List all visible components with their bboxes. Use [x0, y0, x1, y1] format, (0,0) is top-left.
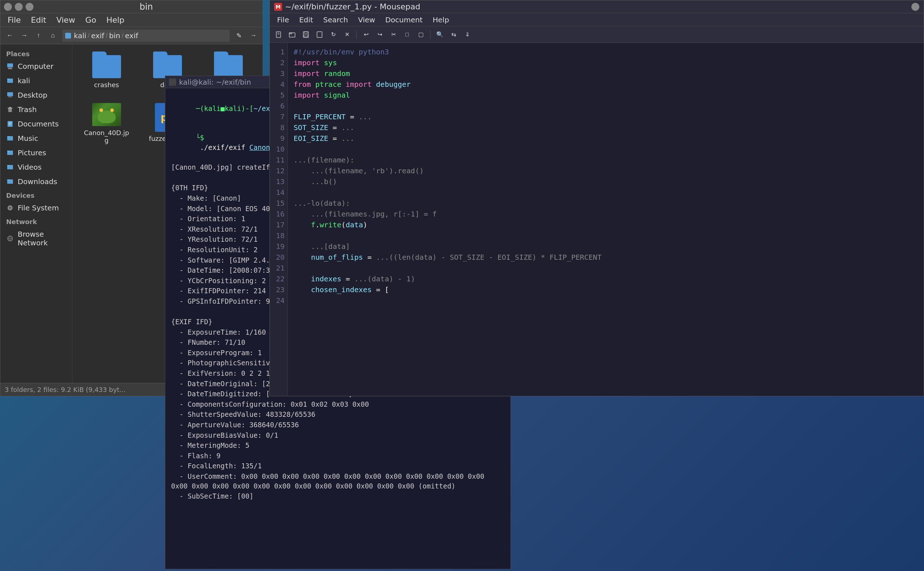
new-file-button[interactable] — [273, 29, 284, 40]
terminal-output-expbias: - ExposureBiasValue: 0/1 — [171, 431, 505, 440]
terminal-output-components: - ComponentsConfiguration: 0x01 0x02 0x0… — [171, 400, 505, 409]
up-button[interactable]: ↑ — [32, 29, 45, 42]
terminal-prompt-symbol: └$ — [196, 134, 204, 142]
editor-menu-file[interactable]: File — [273, 14, 293, 26]
window-controls — [4, 3, 34, 11]
maximize-button[interactable] — [26, 3, 34, 11]
forward-button[interactable]: → — [18, 29, 31, 42]
sidebar: Places Computer kali Desktop — [0, 44, 73, 383]
sidebar-item-filesystem[interactable]: File System — [0, 201, 72, 215]
sidebar-item-videos[interactable]: Videos — [0, 160, 72, 174]
close-doc-button[interactable]: ✕ — [341, 29, 353, 40]
editor-menu-view[interactable]: View — [354, 14, 379, 26]
paste-button[interactable]: ▢ — [415, 29, 427, 40]
downloads-icon — [6, 177, 14, 185]
code-line-5: import signal — [294, 90, 918, 100]
redo-button[interactable]: ↪ — [374, 29, 386, 40]
menu-help[interactable]: Help — [102, 14, 129, 26]
menu-edit[interactable]: Edit — [27, 14, 51, 26]
sidebar-item-documents[interactable]: Documents — [0, 117, 72, 131]
pictures-icon — [6, 149, 14, 157]
goto-button[interactable]: ⇓ — [461, 29, 473, 40]
code-line-9: EOI_SIZE = ... — [294, 133, 918, 144]
menu-view[interactable]: View — [52, 14, 79, 26]
code-line-11: ...(filename): — [294, 154, 918, 165]
svg-rect-4 — [7, 79, 10, 80]
kali-icon — [6, 77, 14, 85]
editor-titlebar: M ~/exif/bin/fuzzer_1.py - Mousepad — [270, 0, 924, 13]
code-line-6 — [294, 100, 918, 111]
line-numbers: 1 2 3 4 5 6 7 8 9 10 11 12 13 14 15 16 1… — [270, 43, 288, 396]
breadcrumb-item-4[interactable]: exif — [125, 31, 138, 40]
breadcrumb-item-1[interactable]: kali — [65, 31, 86, 40]
nav-next-button[interactable]: → — [247, 29, 260, 42]
svg-rect-35 — [304, 35, 308, 37]
code-line-20: num_of_flips = ...((len(data) - SOT_SIZE… — [294, 252, 918, 262]
code-line-8: SOT_SIZE = ... — [294, 122, 918, 133]
replace-button[interactable]: ⇆ — [448, 29, 459, 40]
code-line-24 — [294, 295, 918, 306]
save-as-button[interactable] — [314, 29, 325, 40]
code-line-18 — [294, 230, 918, 241]
sidebar-item-browse-network[interactable]: Browse Network — [0, 227, 72, 250]
code-editor[interactable]: #!/usr/bin/env python3 import sys import… — [288, 43, 924, 396]
svg-rect-19 — [7, 165, 10, 166]
code-line-7: FLIP_PERCENT = ... — [294, 111, 918, 122]
cut-button[interactable]: ✂ — [387, 29, 399, 40]
videos-icon — [6, 163, 14, 171]
breadcrumb-item-3[interactable]: bin — [109, 31, 120, 40]
terminal-output-flash: - Flash: 9 — [171, 451, 505, 461]
menu-go[interactable]: Go — [81, 14, 101, 26]
close-button[interactable] — [4, 3, 12, 11]
sidebar-item-computer[interactable]: Computer — [0, 59, 72, 74]
save-file-button[interactable] — [300, 29, 312, 40]
sidebar-item-desktop[interactable]: Desktop — [0, 88, 72, 102]
find-button[interactable]: 🔍 — [434, 29, 446, 40]
file-item-canon[interactable]: Canon_40D.jpg — [80, 99, 133, 148]
svg-rect-31 — [289, 33, 295, 37]
code-line-19: ...[data] — [294, 241, 918, 252]
reload-button[interactable]: ↻ — [327, 29, 339, 40]
editor-menu-search[interactable]: Search — [319, 14, 352, 26]
undo-button[interactable]: ↩ — [360, 29, 372, 40]
home-button[interactable]: ⌂ — [46, 29, 59, 42]
code-line-22: indexes = ...(data) - 1) — [294, 273, 918, 284]
editor-menu-help[interactable]: Help — [428, 14, 454, 26]
back-button[interactable]: ← — [3, 29, 16, 42]
terminal-icon — [169, 79, 176, 86]
folder-icon-crashes — [92, 55, 121, 78]
sidebar-item-kali[interactable]: kali — [0, 74, 72, 88]
toolbar-separator-2 — [430, 30, 430, 39]
svg-point-23 — [9, 207, 11, 209]
home-icon — [65, 33, 71, 39]
svg-rect-5 — [7, 92, 13, 96]
menu-file[interactable]: File — [3, 14, 25, 26]
editor-window: M ~/exif/bin/fuzzer_1.py - Mousepad File… — [270, 0, 924, 396]
breadcrumb-item-2[interactable]: exif — [91, 31, 104, 40]
svg-rect-13 — [9, 125, 11, 125]
copy-button[interactable]: □ — [401, 29, 413, 40]
sidebar-item-pictures[interactable]: Pictures — [0, 145, 72, 160]
terminal-output-metering: - MeteringMode: 5 — [171, 441, 505, 450]
editor-close-button[interactable] — [912, 3, 919, 11]
folder-icon-exif — [214, 55, 243, 78]
file-item-crashes[interactable]: crashes — [80, 51, 133, 92]
minimize-button[interactable] — [15, 3, 23, 11]
places-header: Places — [0, 47, 72, 59]
editor-toolbar: ↻ ✕ ↩ ↪ ✂ □ ▢ 🔍 ⇆ ⇓ — [270, 26, 924, 43]
browse-network-icon — [6, 235, 14, 242]
code-line-16: ...(filenames.jpg, r[:-1] = f — [294, 208, 918, 219]
editor-menu-edit[interactable]: Edit — [295, 14, 317, 26]
sidebar-item-downloads[interactable]: Downloads — [0, 174, 72, 189]
edit-location-button[interactable]: ✎ — [232, 29, 245, 42]
svg-rect-28 — [276, 32, 281, 37]
desktop-icon — [6, 91, 14, 99]
file-manager-toolbar: ← → ↑ ⌂ kali / exif / bin / exif ✎ → — [0, 27, 262, 44]
editor-menu-document[interactable]: Document — [381, 14, 427, 26]
computer-icon — [6, 62, 14, 70]
file-manager-titlebar: bin — [0, 0, 262, 13]
sidebar-item-music[interactable]: Music — [0, 131, 72, 145]
file-label-canon: Canon_40D.jpg — [83, 129, 130, 144]
sidebar-item-trash[interactable]: Trash — [0, 102, 72, 117]
open-file-button[interactable] — [286, 29, 298, 40]
